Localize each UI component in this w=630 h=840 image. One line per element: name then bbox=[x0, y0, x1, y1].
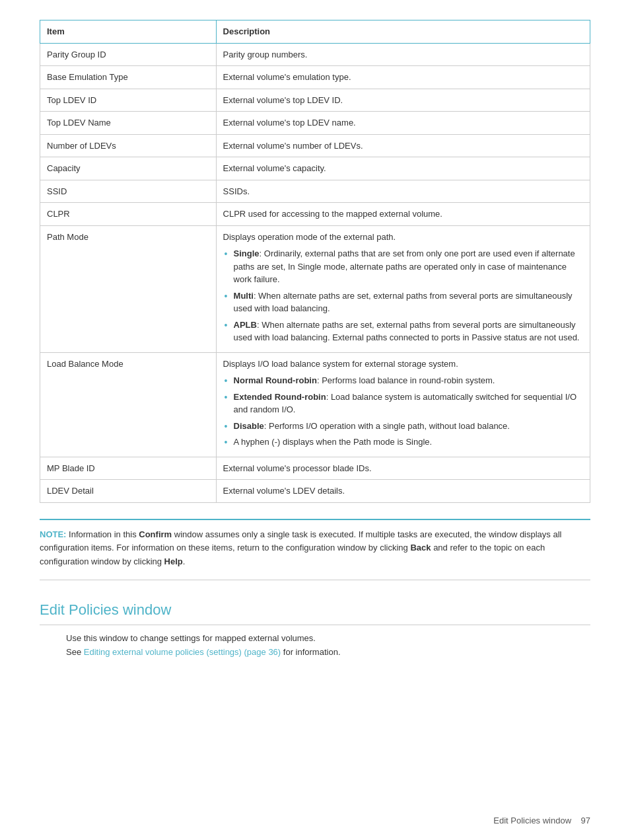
bullet-item: Disable: Performs I/O operation with a s… bbox=[223, 420, 583, 433]
bullet-item: A hyphen (-) displays when the Path mode… bbox=[223, 436, 583, 449]
table-row: Load Balance ModeDisplays I/O load balan… bbox=[40, 352, 590, 457]
table-cell-description: External volume's top LDEV name. bbox=[216, 112, 590, 135]
table-row: CapacityExternal volume's capacity. bbox=[40, 157, 590, 180]
bullet-list: Single: Ordinarily, external paths that … bbox=[223, 247, 583, 344]
note-section: NOTE: Information in this Confirm window… bbox=[40, 519, 590, 580]
section-link[interactable]: Editing external volume policies (settin… bbox=[84, 647, 281, 657]
table-cell-item: CLPR bbox=[40, 203, 217, 226]
table-cell-item: Top LDEV Name bbox=[40, 112, 217, 135]
section-intro: Use this window to change settings for m… bbox=[66, 632, 590, 646]
bullet-item: Multi: When alternate paths are set, ext… bbox=[223, 289, 583, 315]
table-row: SSIDSSIDs. bbox=[40, 180, 590, 203]
table-cell-item: LDEV Detail bbox=[40, 480, 217, 503]
table-cell-description: External volume's number of LDEVs. bbox=[216, 134, 590, 157]
table-row: Base Emulation TypeExternal volume's emu… bbox=[40, 66, 590, 89]
table-cell-item: Parity Group ID bbox=[40, 43, 217, 66]
table-row: MP Blade IDExternal volume's processor b… bbox=[40, 457, 590, 480]
table-cell-description: Displays I/O load balance system for ext… bbox=[216, 352, 590, 457]
table-cell-item: Load Balance Mode bbox=[40, 352, 217, 457]
note-label: NOTE: bbox=[40, 529, 66, 539]
bullet-item: Extended Round-robin: Load balance syste… bbox=[223, 391, 583, 416]
table-row: Top LDEV NameExternal volume's top LDEV … bbox=[40, 112, 590, 135]
bullet-list: Normal Round-robin: Performs load balanc… bbox=[223, 374, 583, 449]
table-cell-item: Capacity bbox=[40, 157, 217, 180]
col1-header: Item bbox=[40, 20, 217, 44]
col2-header: Description bbox=[216, 20, 590, 44]
table-row: Top LDEV IDExternal volume's top LDEV ID… bbox=[40, 89, 590, 112]
table-cell-item: SSID bbox=[40, 180, 217, 203]
table-cell-item: Base Emulation Type bbox=[40, 66, 217, 89]
table-cell-description: CLPR used for accessing to the mapped ex… bbox=[216, 203, 590, 226]
table-cell-item: Top LDEV ID bbox=[40, 89, 217, 112]
table-cell-description: External volume's LDEV details. bbox=[216, 480, 590, 503]
table-cell-description: Parity group numbers. bbox=[216, 43, 590, 66]
section-link-suffix: for information. bbox=[281, 647, 340, 657]
table-cell-item: Path Mode bbox=[40, 225, 217, 352]
section-heading: Edit Policies window bbox=[40, 599, 590, 625]
table-cell-description: External volume's capacity. bbox=[216, 157, 590, 180]
table-cell-item: MP Blade ID bbox=[40, 457, 217, 480]
bullet-item: Normal Round-robin: Performs load balanc… bbox=[223, 374, 583, 387]
bullet-item: Single: Ordinarily, external paths that … bbox=[223, 247, 583, 286]
table-row: Parity Group IDParity group numbers. bbox=[40, 43, 590, 66]
section-body: Use this window to change settings for m… bbox=[40, 632, 590, 660]
table-cell-description: SSIDs. bbox=[216, 180, 590, 203]
table-cell-item: Number of LDEVs bbox=[40, 134, 217, 157]
table-row: CLPRCLPR used for accessing to the mappe… bbox=[40, 203, 590, 226]
table-cell-description: Displays operation mode of the external … bbox=[216, 225, 590, 352]
table-row: Number of LDEVsExternal volume's number … bbox=[40, 134, 590, 157]
note-text: Information in this Confirm window assum… bbox=[40, 529, 561, 567]
table-row: LDEV DetailExternal volume's LDEV detail… bbox=[40, 480, 590, 503]
section-link-line: See Editing external volume policies (se… bbox=[66, 646, 590, 660]
main-table: Item Description Parity Group IDParity g… bbox=[40, 20, 590, 503]
table-cell-description: External volume's top LDEV ID. bbox=[216, 89, 590, 112]
bullet-item: APLB: When alternate paths are set, exte… bbox=[223, 319, 583, 344]
table-row: Path ModeDisplays operation mode of the … bbox=[40, 225, 590, 352]
table-cell-description: External volume's processor blade IDs. bbox=[216, 457, 590, 480]
table-cell-description: External volume's emulation type. bbox=[216, 66, 590, 89]
